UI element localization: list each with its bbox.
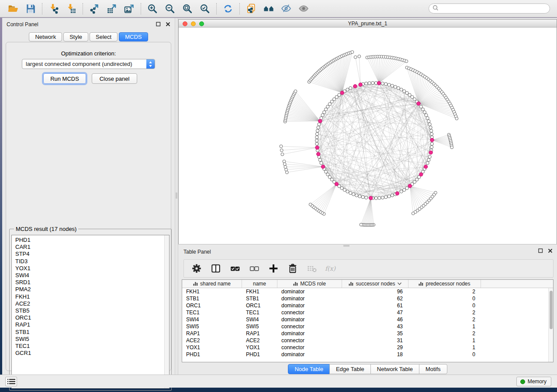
vertical-splitter[interactable]	[175, 18, 178, 375]
network-node[interactable]	[355, 194, 358, 197]
network-node[interactable]	[315, 142, 318, 145]
network-node[interactable]	[400, 190, 403, 193]
search-input[interactable]	[441, 6, 546, 12]
mcds-list-scrollbar[interactable]	[164, 235, 169, 388]
mcds-result-item[interactable]: GCR1	[15, 350, 169, 357]
dominator-node[interactable]	[318, 119, 322, 123]
export-network-icon[interactable]	[86, 2, 103, 16]
network-node[interactable]	[403, 89, 406, 93]
dominator-node[interactable]	[321, 165, 325, 168]
network-node[interactable]	[349, 86, 352, 89]
dominator-node[interactable]	[430, 138, 434, 142]
network-node[interactable]	[365, 82, 368, 85]
table-scrollbar[interactable]	[548, 288, 553, 362]
leaf-node[interactable]	[351, 51, 354, 54]
dominator-node[interactable]	[377, 81, 381, 85]
table-row[interactable]: ORC1ORC1dominator610	[182, 302, 553, 309]
network-node[interactable]	[346, 190, 349, 193]
network-node[interactable]	[429, 126, 432, 129]
dominator-node[interactable]	[429, 151, 432, 154]
network-node[interactable]	[318, 123, 321, 126]
network-node[interactable]	[394, 85, 397, 88]
table-row[interactable]: SWI4SWI4dominator462	[182, 316, 553, 323]
leaf-node[interactable]	[358, 55, 361, 58]
leaf-node[interactable]	[280, 149, 283, 152]
column-header-0[interactable]: shared name	[182, 280, 242, 288]
delete-column-icon[interactable]	[286, 262, 299, 275]
import-table-icon[interactable]	[62, 2, 80, 16]
table-row[interactable]: FKH1FKH1dominator962	[182, 288, 553, 295]
float-panel-icon[interactable]	[156, 21, 161, 27]
close-table-panel-icon[interactable]	[547, 248, 553, 253]
hide-selected-icon[interactable]	[277, 2, 295, 16]
network-graph[interactable]	[179, 28, 557, 244]
leaf-node[interactable]	[294, 90, 297, 93]
network-window-titlebar[interactable]: YPA_prune.txt_1	[179, 20, 557, 28]
leaf-node[interactable]	[285, 168, 288, 171]
dominator-node[interactable]	[353, 84, 357, 88]
network-node[interactable]	[324, 108, 327, 111]
find-icon[interactable]	[260, 2, 277, 16]
network-node[interactable]	[315, 136, 318, 139]
network-node[interactable]	[352, 193, 355, 196]
network-node[interactable]	[318, 158, 322, 162]
zoom-in-icon[interactable]	[144, 2, 161, 16]
zoom-selected-icon[interactable]	[196, 2, 214, 16]
mcds-result-item[interactable]: SWI5	[15, 336, 169, 343]
leaf-node[interactable]	[283, 163, 286, 166]
network-node[interactable]	[384, 196, 387, 199]
dominator-node[interactable]	[408, 184, 412, 188]
window-close-icon[interactable]	[183, 21, 187, 26]
window-maximize-icon[interactable]	[199, 21, 204, 26]
dominator-node[interactable]	[417, 102, 420, 105]
mcds-result-item[interactable]: CAR1	[15, 244, 169, 251]
network-node[interactable]	[343, 188, 346, 191]
open-session-icon[interactable]	[4, 2, 22, 16]
mcds-result-list[interactable]: PHD1CAR1STP4TID3YOX1SWI4SRD1PMA2FKH1ACE2…	[11, 235, 170, 389]
network-node[interactable]	[315, 132, 318, 135]
tab-network[interactable]: Network	[29, 32, 62, 41]
network-node[interactable]	[371, 82, 374, 85]
network-node[interactable]	[391, 84, 394, 87]
tab-motifs[interactable]: Motifs	[419, 364, 447, 374]
table-scrollbar-thumb[interactable]	[550, 291, 553, 329]
network-node[interactable]	[381, 196, 384, 199]
mcds-result-item[interactable]: FKH1	[15, 293, 169, 300]
table-row[interactable]: PHD1PHD1dominator180	[182, 351, 553, 358]
network-node[interactable]	[430, 129, 433, 132]
mcds-result-item[interactable]: YOX1	[15, 265, 169, 272]
network-node[interactable]	[387, 83, 391, 86]
tab-mcds[interactable]: MCDS	[119, 32, 148, 41]
table-row[interactable]: TEC1TEC1connector472	[182, 309, 553, 316]
network-node[interactable]	[427, 120, 430, 123]
network-node[interactable]	[423, 111, 426, 114]
leaf-node[interactable]	[450, 146, 453, 149]
show-columns-icon[interactable]	[209, 262, 222, 275]
network-node[interactable]	[323, 111, 326, 114]
mcds-result-item[interactable]: ORC1	[15, 314, 169, 321]
delete-table-icon[interactable]	[305, 262, 318, 275]
leaf-node[interactable]	[309, 203, 312, 206]
network-node[interactable]	[368, 82, 371, 85]
search-box[interactable]	[429, 3, 550, 14]
network-node[interactable]	[430, 132, 433, 135]
leaf-node[interactable]	[360, 223, 363, 226]
network-node[interactable]	[358, 195, 361, 198]
network-node[interactable]	[374, 196, 377, 199]
apply-layout-icon[interactable]	[219, 2, 237, 16]
dominator-node[interactable]	[335, 182, 338, 186]
tab-node-table[interactable]: Node Table	[288, 364, 330, 374]
tab-select[interactable]: Select	[90, 32, 118, 41]
close-panel-button[interactable]: Close panel	[92, 73, 137, 84]
table-row[interactable]: RAP1RAP1dominator352	[182, 330, 553, 337]
export-table-icon[interactable]	[103, 2, 121, 16]
network-node[interactable]	[430, 142, 433, 145]
close-panel-icon[interactable]	[165, 21, 170, 27]
leaf-node[interactable]	[281, 153, 284, 156]
leaf-node[interactable]	[354, 56, 357, 59]
mcds-result-item[interactable]: SWI4	[15, 272, 169, 279]
duplicate-network-icon[interactable]	[242, 2, 260, 16]
criterion-select[interactable]: largest connected component (undirected)	[22, 59, 155, 69]
network-node[interactable]	[317, 126, 320, 129]
window-minimize-icon[interactable]	[191, 21, 196, 26]
